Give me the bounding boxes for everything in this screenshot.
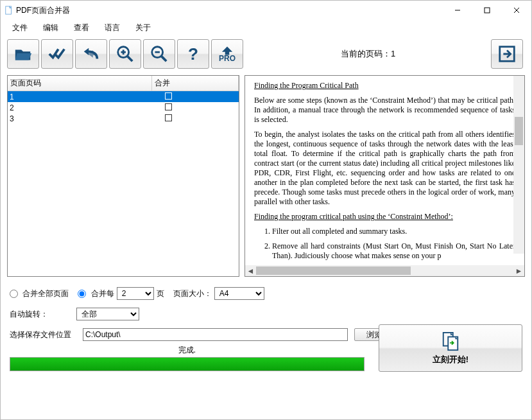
pages-per-merge-select[interactable]: 2	[117, 287, 154, 300]
cell-page: 2	[8, 103, 152, 112]
undo-button[interactable]	[75, 39, 107, 69]
table-row[interactable]: 2	[8, 102, 239, 113]
svg-text:?: ?	[188, 44, 198, 64]
cell-page: 1	[8, 92, 152, 101]
zoom-in-button[interactable]	[109, 39, 141, 69]
current-page-label: 当前的页码：1	[245, 48, 491, 60]
start-button[interactable]: 立刻开始!	[379, 324, 522, 372]
preview-heading-1: Finding the Program Critical Path	[254, 81, 359, 90]
svg-line-6	[128, 57, 133, 62]
help-button[interactable]: ?	[177, 39, 209, 69]
double-check-icon	[47, 44, 67, 64]
start-icon	[441, 331, 460, 353]
pages-unit-label: 页	[157, 288, 164, 299]
folder-open-icon	[13, 44, 33, 64]
minimize-button[interactable]	[443, 1, 472, 20]
start-button-label: 立刻开始!	[433, 354, 468, 365]
svg-rect-2	[485, 8, 490, 13]
cell-page: 3	[8, 114, 152, 123]
page-size-select[interactable]: A4	[214, 287, 264, 300]
merge-checkbox[interactable]	[165, 92, 172, 100]
maximize-button[interactable]	[472, 1, 502, 20]
help-icon: ?	[184, 44, 203, 64]
table-row[interactable]: 1	[8, 91, 239, 102]
output-location-label: 选择保存文件位置	[10, 329, 71, 340]
preview-paragraph-2: To begin, the analyst isolates the tasks…	[254, 130, 515, 207]
cell-merge	[152, 114, 239, 123]
document-icon	[4, 6, 13, 15]
menu-about[interactable]: 关于	[128, 21, 159, 35]
menu-language[interactable]: 语言	[97, 21, 128, 35]
preview-list-item-1: Filter out all completed and summary tas…	[272, 227, 515, 236]
column-header-page[interactable]: 页面页码	[8, 76, 152, 91]
merge-all-radio[interactable]: 合并全部页面	[10, 288, 69, 299]
progress-label: 完成.	[10, 345, 365, 357]
output-path-input[interactable]	[83, 328, 348, 341]
toolbar: ? PRO 当前的页码：1	[1, 35, 531, 73]
preview-pane: Finding the Program Critical Path Below …	[245, 75, 525, 277]
scrollbar-thumb[interactable]	[515, 117, 523, 145]
open-button[interactable]	[7, 39, 39, 69]
horizontal-scrollbar[interactable]: ◄ ►	[245, 265, 524, 276]
preview-content: Finding the Program Critical Path Below …	[245, 76, 524, 265]
auto-rotate-select[interactable]: 全部	[76, 308, 139, 320]
zoom-in-icon	[116, 44, 135, 64]
title-bar: PDF页面合并器	[1, 1, 531, 20]
menu-file[interactable]: 文件	[4, 21, 35, 35]
main-content: 页面页码 合并 123 Finding the Program Critical…	[1, 73, 531, 281]
preview-heading-2: Finding the program critical path using …	[254, 212, 453, 221]
vertical-scrollbar[interactable]	[513, 76, 524, 254]
svg-line-10	[162, 57, 167, 62]
menu-bar: 文件 编辑 查看 语言 关于	[1, 20, 531, 35]
pro-label: PRO	[219, 54, 236, 63]
exit-icon	[497, 44, 517, 64]
close-button[interactable]	[502, 1, 531, 20]
merge-checkbox[interactable]	[165, 103, 172, 110]
auto-rotate-label: 自动旋转：	[10, 309, 48, 320]
scroll-right-icon[interactable]: ►	[513, 265, 524, 276]
preview-list-item-2: Remove all hard constraints (Must Start …	[272, 241, 515, 261]
cell-merge	[152, 103, 239, 112]
zoom-out-icon	[150, 44, 169, 64]
zoom-out-button[interactable]	[143, 39, 175, 69]
progress-area: 完成.	[10, 345, 365, 372]
table-row[interactable]: 3	[8, 113, 239, 124]
table-body[interactable]: 123	[8, 91, 239, 276]
progress-bar	[10, 357, 365, 371]
preview-paragraph-1: Below are some steps (known as the ‘Cons…	[254, 96, 515, 125]
apply-all-button[interactable]	[41, 39, 73, 69]
scroll-left-icon[interactable]: ◄	[245, 265, 256, 276]
merge-every-radio[interactable]: 合并每	[78, 288, 114, 299]
cell-merge	[152, 92, 239, 101]
page-table: 页面页码 合并 123	[7, 75, 239, 277]
window-title: PDF页面合并器	[16, 5, 70, 16]
scrollbar-thumb-h[interactable]	[256, 267, 411, 275]
page-size-label: 页面大小：	[173, 288, 212, 299]
undo-icon	[82, 44, 101, 64]
pro-button[interactable]: PRO	[211, 39, 243, 69]
bottom-bar: 完成. 立刻开始!	[1, 345, 531, 381]
menu-edit[interactable]: 编辑	[35, 21, 66, 35]
exit-button[interactable]	[491, 39, 523, 69]
merge-checkbox[interactable]	[165, 114, 172, 121]
table-header: 页面页码 合并	[8, 76, 239, 91]
menu-view[interactable]: 查看	[66, 21, 97, 35]
column-header-merge[interactable]: 合并	[152, 76, 239, 91]
